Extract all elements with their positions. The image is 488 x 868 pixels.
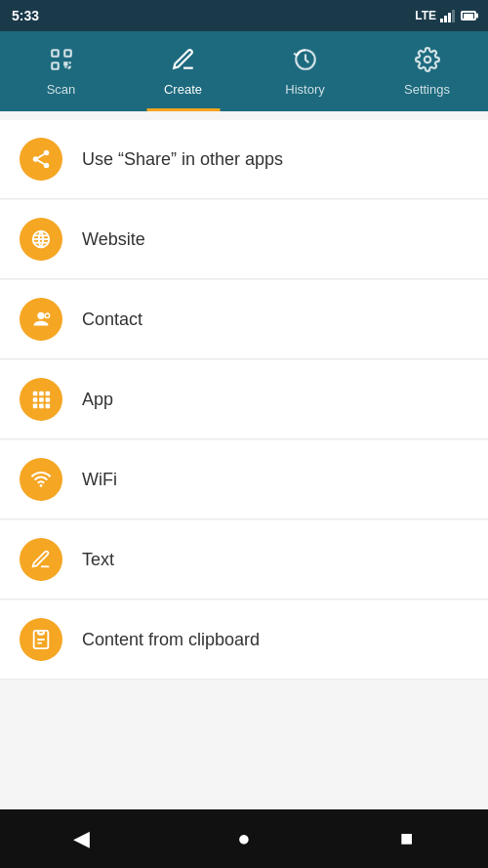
svg-rect-25	[38, 631, 44, 635]
globe-icon	[20, 218, 62, 261]
time-display: 5:33	[12, 8, 39, 23]
svg-rect-1	[64, 50, 71, 57]
svg-line-8	[38, 160, 44, 164]
svg-line-9	[38, 154, 44, 158]
svg-rect-19	[46, 397, 51, 402]
svg-point-5	[44, 150, 50, 156]
nav-bar: Scan Create History Settin	[0, 31, 488, 111]
svg-point-6	[33, 156, 39, 162]
wifi-icon	[20, 458, 62, 501]
svg-rect-18	[39, 397, 44, 402]
back-button[interactable]: ◀	[57, 814, 105, 863]
svg-rect-0	[52, 50, 59, 57]
share-label: Use “Share” in other apps	[82, 149, 283, 170]
lte-label: LTE	[415, 9, 436, 22]
bottom-nav-bar: ◀ ● ■	[0, 809, 488, 868]
svg-point-4	[424, 56, 430, 62]
svg-text:+: +	[44, 314, 47, 319]
nav-scan-label: Scan	[47, 82, 76, 97]
svg-rect-22	[46, 404, 51, 409]
scan-icon	[49, 47, 74, 76]
svg-rect-16	[46, 392, 51, 396]
nav-create[interactable]: Create	[122, 31, 244, 111]
signal-icon	[440, 9, 455, 22]
recent-button[interactable]: ■	[383, 814, 431, 863]
list-item-clipboard[interactable]: Content from clipboard	[0, 600, 488, 680]
contact-icon: +	[20, 298, 62, 341]
contact-label: Contact	[82, 310, 142, 330]
text-label: Text	[82, 550, 114, 570]
list-item-share[interactable]: Use “Share” in other apps	[0, 120, 488, 199]
nav-settings-label: Settings	[404, 82, 450, 97]
status-icons: LTE	[415, 9, 476, 22]
app-label: App	[82, 390, 113, 410]
nav-history[interactable]: History	[244, 31, 366, 111]
home-button[interactable]: ●	[220, 814, 268, 863]
clipboard-label: Content from clipboard	[82, 630, 260, 650]
clipboard-icon	[20, 618, 62, 661]
settings-icon	[415, 47, 440, 76]
list-item-app[interactable]: App	[0, 360, 488, 439]
nav-settings[interactable]: Settings	[366, 31, 488, 111]
list-item-website[interactable]: Website	[0, 200, 488, 279]
nav-scan[interactable]: Scan	[0, 31, 122, 111]
svg-rect-17	[33, 397, 38, 402]
create-icon	[171, 47, 196, 76]
svg-rect-21	[39, 404, 44, 409]
battery-icon	[461, 11, 476, 21]
svg-point-23	[40, 484, 43, 487]
list-item-text[interactable]: Text	[0, 520, 488, 599]
text-icon	[20, 538, 62, 581]
content-area: Use “Share” in other apps Website +	[0, 111, 488, 809]
status-bar: 5:33 LTE	[0, 0, 488, 31]
svg-point-7	[44, 163, 50, 169]
app-icon	[20, 378, 62, 421]
svg-rect-15	[39, 392, 44, 396]
nav-history-label: History	[285, 82, 324, 97]
svg-rect-2	[52, 62, 59, 69]
nav-create-label: Create	[164, 82, 202, 97]
share-icon	[20, 138, 62, 181]
svg-rect-20	[33, 404, 38, 409]
wifi-label: WiFi	[82, 470, 117, 490]
list-item-wifi[interactable]: WiFi	[0, 440, 488, 519]
svg-rect-14	[33, 392, 38, 396]
history-icon	[293, 47, 318, 76]
website-label: Website	[82, 229, 145, 250]
list-item-contact[interactable]: + Contact	[0, 280, 488, 359]
